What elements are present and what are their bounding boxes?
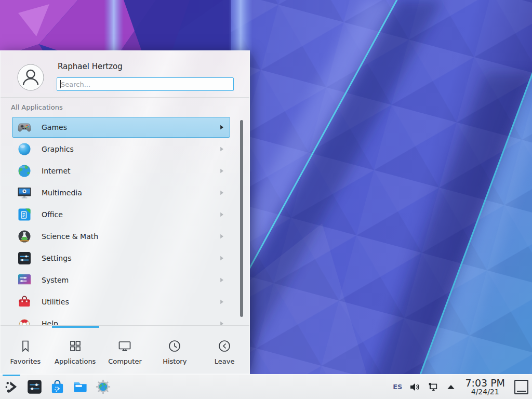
submenu-arrow-icon: [220, 168, 224, 174]
active-task-indicator: [3, 375, 20, 376]
keyboard-layout-indicator[interactable]: ES: [393, 383, 402, 391]
category-item-graphics[interactable]: Graphics: [12, 139, 230, 159]
submenu-arrow-icon: [220, 256, 224, 261]
dolphin-icon: [72, 379, 88, 395]
launcher-tab-favorites[interactable]: Favorites: [1, 326, 50, 375]
category-list: Games Graphics Internet Multimedia Offic…: [1, 117, 249, 325]
discover-icon: [49, 379, 65, 395]
peek-desktop-button[interactable]: [514, 380, 528, 394]
submenu-arrow-icon: [220, 212, 224, 217]
text-caret: [60, 80, 61, 88]
launcher-tab-computer[interactable]: Computer: [100, 326, 150, 375]
expand-tray-icon[interactable]: [445, 381, 457, 393]
expand-tray-icon: [445, 381, 457, 393]
launcher-tab-leave[interactable]: Leave: [200, 326, 249, 375]
submenu-arrow-icon: [220, 277, 224, 283]
office-icon: [17, 207, 32, 222]
submenu-arrow-icon: [220, 234, 224, 239]
network-icon: [427, 381, 438, 393]
settings-icon: [17, 251, 32, 265]
category-item-system[interactable]: System: [12, 270, 230, 290]
computer-icon: [117, 338, 132, 354]
application-launcher-popup: Raphael Hertzog All Applications Games G…: [0, 50, 250, 374]
category-item-science-math[interactable]: Science & Math: [12, 226, 230, 247]
header-separator: [1, 97, 249, 98]
category-item-internet[interactable]: Internet: [12, 161, 230, 181]
leave-icon: [217, 338, 232, 354]
favorites-icon: [18, 338, 33, 354]
taskbar-apps: [0, 375, 114, 399]
multimedia-icon: [17, 185, 32, 200]
system-icon: [17, 273, 32, 287]
application-launcher-button[interactable]: [0, 375, 23, 399]
section-label: All Applications: [11, 103, 63, 111]
user-icon: [17, 64, 44, 91]
system-tray: ES 7:03 PM 4/24/21: [393, 378, 532, 396]
category-item-utilities[interactable]: Utilities: [12, 291, 230, 312]
search-input[interactable]: [57, 77, 234, 91]
launcher-tab-history[interactable]: History: [150, 326, 200, 375]
user-name: Raphael Hertzog: [58, 62, 123, 71]
web-browser-button[interactable]: [91, 375, 114, 399]
file-manager-button[interactable]: [69, 375, 91, 399]
utilities-icon: [17, 295, 32, 309]
konqueror-icon: [95, 379, 111, 395]
submenu-arrow-icon: [220, 321, 224, 325]
help-icon: [17, 316, 32, 325]
discover-button[interactable]: [46, 375, 69, 399]
category-item-office[interactable]: Office: [12, 204, 230, 225]
submenu-arrow-icon: [220, 147, 224, 152]
internet-icon: [17, 164, 32, 178]
submenu-arrow-icon: [220, 125, 224, 130]
submenu-arrow-icon: [220, 299, 224, 304]
tabbar-separator: [1, 325, 249, 326]
system-settings-icon: [26, 379, 43, 395]
science-icon: [17, 229, 32, 244]
digital-clock[interactable]: 7:03 PM 4/24/21: [463, 378, 507, 396]
history-icon: [167, 338, 182, 354]
applications-icon: [68, 338, 83, 354]
launcher-tab-applications[interactable]: Applications: [50, 326, 100, 375]
clock-time: 7:03 PM: [465, 378, 505, 389]
tray-icons: [409, 381, 457, 393]
taskbar: ES 7:03 PM 4/24/21: [0, 374, 532, 399]
submenu-arrow-icon: [220, 190, 224, 195]
category-item-help[interactable]: Help: [12, 313, 230, 325]
scrollbar-handle[interactable]: [240, 120, 243, 317]
volume-icon: [409, 381, 420, 393]
category-item-games[interactable]: Games: [12, 117, 230, 138]
category-item-multimedia[interactable]: Multimedia: [12, 182, 230, 203]
kickoff-icon: [4, 379, 20, 395]
clock-date: 4/24/21: [465, 388, 505, 396]
user-avatar[interactable]: [17, 64, 44, 91]
network-icon[interactable]: [427, 381, 438, 393]
graphics-icon: [17, 142, 32, 156]
games-icon: [17, 120, 32, 135]
launcher-header: Raphael Hertzog: [1, 51, 249, 97]
category-item-settings[interactable]: Settings: [12, 248, 230, 269]
system-settings-button[interactable]: [23, 375, 46, 399]
launcher-tab-bar: Favorites Applications Computer History …: [1, 326, 249, 375]
volume-icon[interactable]: [409, 381, 420, 393]
